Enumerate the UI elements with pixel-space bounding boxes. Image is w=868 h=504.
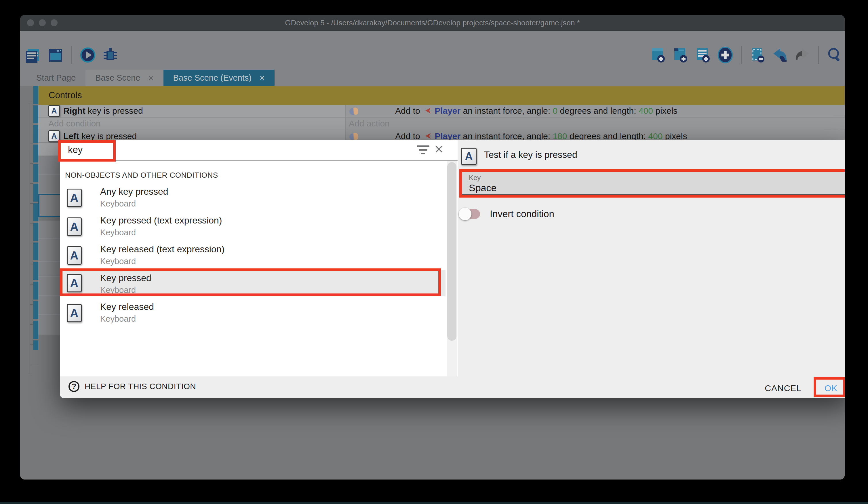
invert-condition-toggle[interactable] [462,209,480,219]
desktop-background-edge [0,502,868,504]
list-item-key-pressed-text-expression[interactable]: A Key pressed (text expression) Keyboard [60,212,445,241]
condition-editor-dialog: key × NON-OBJECTS AND OTHER CONDITIONS A… [60,140,845,398]
list-item-any-key-pressed[interactable]: A Any key pressed Keyboard [60,183,445,212]
annotation-search-box [58,140,116,162]
list-item-subtitle: Keyboard [100,256,136,266]
list-item-subtitle: Keyboard [100,285,136,295]
keyboard-key-icon: A [48,130,60,142]
debug-icon[interactable] [102,47,118,63]
player-sprite-icon [424,106,433,115]
toolbar-left-group [25,46,118,64]
toolbar-divider [741,46,742,64]
add-comment-icon[interactable] [694,47,711,63]
list-item-subtitle: Keyboard [100,314,136,324]
add-condition-link[interactable]: Add condition [38,118,345,130]
section-header: NON-OBJECTS AND OTHER CONDITIONS [65,171,218,180]
list-scrollbar[interactable] [447,161,457,376]
condition-text: key is pressed [85,106,143,115]
toolbar-divider [818,46,819,64]
keyboard-key-icon: A [67,218,82,236]
event-group-label: Controls [49,90,82,101]
help-icon: ? [69,381,80,392]
tab-start-page[interactable]: Start Page [27,70,85,86]
tab-base-scene[interactable]: Base Scene × [85,70,164,86]
help-label: HELP FOR THIS CONDITION [85,382,196,391]
tab-bar: Start Page Base Scene × Base Scene (Even… [20,70,845,86]
keyboard-key-icon: A [67,304,82,322]
tab-base-scene-events[interactable]: Base Scene (Events) × [164,70,275,86]
toolbar-divider [71,46,72,64]
scrollbar-thumb[interactable] [447,162,456,341]
add-event-chooser-icon[interactable] [717,47,734,63]
toggle-thumb[interactable] [459,208,472,220]
scene-editor-icon[interactable] [47,47,64,63]
tab-close-icon[interactable]: × [260,73,265,82]
tab-close-icon[interactable]: × [148,73,153,82]
list-item-title: Any key pressed [100,187,168,197]
play-icon[interactable] [80,47,96,63]
list-item-subtitle: Keyboard [100,228,136,237]
key-field-input[interactable]: Space [469,182,496,193]
list-item-subtitle: Keyboard [100,199,136,209]
keyboard-key-icon: A [67,189,82,207]
condition-cell[interactable]: A Right key is pressed [38,105,345,117]
gdevelop-window: GDevelop 5 - /Users/dkarakay/Documents/G… [20,15,845,480]
action-length: 400 [639,106,653,115]
action-text: degrees and length: [557,106,639,115]
list-item-key-released-text-expression[interactable]: A Key released (text expression) Keyboar… [60,241,445,270]
key-field-underline [462,194,845,195]
invert-condition-label: Invert condition [490,209,554,220]
delete-selection-icon[interactable] [749,47,766,63]
tab-label: Base Scene (Events) [173,73,251,83]
undo-icon[interactable] [772,47,788,63]
tab-label: Start Page [36,73,76,83]
keyboard-key-icon: A [67,246,82,265]
close-dialog-icon[interactable]: × [435,141,443,157]
search-field-underline [60,160,458,161]
action-text: Add to [395,106,423,115]
filter-icon[interactable] [417,145,430,156]
ok-button[interactable]: OK [825,383,837,393]
traffic-lights [27,19,58,26]
zoom-window-icon[interactable] [51,19,58,26]
dialog-footer: ? HELP FOR THIS CONDITION CANCEL OK [60,376,845,398]
add-condition-label: Add condition [48,119,101,129]
add-subevent-icon[interactable] [672,47,689,63]
list-item-title: Key pressed [100,273,151,283]
search-input[interactable]: key [68,144,83,155]
close-window-icon[interactable] [27,19,34,26]
condition-list-panel: key × NON-OBJECTS AND OTHER CONDITIONS A… [60,140,458,376]
keyboard-key-icon: A [67,274,82,292]
condition-detail-panel: A Test if a key is pressed Key Space Inv… [458,140,845,376]
action-cell[interactable]: Add to Player an instant force, angle: 0… [345,105,845,117]
action-object: Player [435,106,461,115]
minimize-window-icon[interactable] [39,19,46,26]
screenshot-canvas: GDevelop 5 - /Users/dkarakay/Documents/G… [0,0,868,504]
action-angle: 0 [552,106,557,115]
add-event-icon[interactable] [650,47,666,63]
list-item-key-pressed[interactable]: A Key pressed Keyboard [60,270,445,296]
cancel-button[interactable]: CANCEL [765,383,802,393]
list-item-title: Key released [100,302,154,312]
annotation-key-field-box: Key Space [459,169,845,198]
titlebar: GDevelop 5 - /Users/dkarakay/Documents/G… [20,15,845,31]
window-title: GDevelop 5 - /Users/dkarakay/Documents/G… [285,18,580,27]
list-item-title: Key released (text expression) [100,244,225,255]
force-hand-icon [349,106,359,116]
redo-icon[interactable] [794,47,811,63]
list-item-key-released[interactable]: A Key released Keyboard [60,299,445,327]
event-selection-strip [33,86,38,350]
condition-param: Right [63,106,85,115]
list-item-title: Key pressed (text expression) [100,215,222,226]
toolbar-right-group [650,46,843,64]
help-link[interactable]: ? HELP FOR THIS CONDITION [69,381,196,392]
toolbar [20,31,845,70]
tab-label: Base Scene [95,73,140,83]
key-field-label: Key [469,174,480,182]
project-manager-icon[interactable] [25,47,41,63]
event-row[interactable]: A Right key is pressed Add to Player an … [38,105,845,118]
search-icon[interactable] [826,47,843,63]
keyboard-key-icon: A [48,105,60,117]
action-text: pixels [653,106,678,115]
player-sprite-icon [424,132,433,140]
